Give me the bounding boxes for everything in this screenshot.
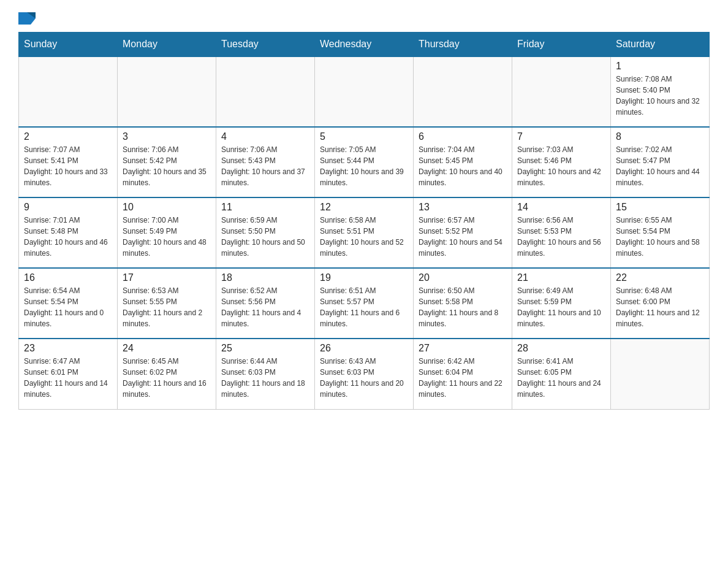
calendar-cell: 5Sunrise: 7:05 AM Sunset: 5:44 PM Daylig… bbox=[315, 127, 414, 197]
day-info: Sunrise: 7:06 AM Sunset: 5:42 PM Dayligh… bbox=[123, 144, 211, 188]
calendar-cell: 28Sunrise: 6:41 AM Sunset: 6:05 PM Dayli… bbox=[512, 339, 611, 409]
day-info: Sunrise: 6:58 AM Sunset: 5:51 PM Dayligh… bbox=[320, 215, 408, 259]
calendar-cell: 18Sunrise: 6:52 AM Sunset: 5:56 PM Dayli… bbox=[216, 268, 315, 339]
calendar-cell: 9Sunrise: 7:01 AM Sunset: 5:48 PM Daylig… bbox=[19, 197, 118, 268]
calendar-cell: 23Sunrise: 6:47 AM Sunset: 6:01 PM Dayli… bbox=[19, 339, 118, 409]
calendar-cell: 6Sunrise: 7:04 AM Sunset: 5:45 PM Daylig… bbox=[414, 127, 512, 197]
day-number: 4 bbox=[221, 131, 309, 142]
calendar-cell: 14Sunrise: 6:56 AM Sunset: 5:53 PM Dayli… bbox=[512, 197, 611, 268]
week-row-2: 9Sunrise: 7:01 AM Sunset: 5:48 PM Daylig… bbox=[19, 197, 710, 268]
calendar-cell: 4Sunrise: 7:06 AM Sunset: 5:43 PM Daylig… bbox=[216, 127, 315, 197]
calendar-cell bbox=[414, 56, 512, 127]
weekday-header-saturday: Saturday bbox=[611, 33, 710, 57]
weekday-header-tuesday: Tuesday bbox=[216, 33, 315, 57]
weekday-header-wednesday: Wednesday bbox=[315, 33, 414, 57]
day-info: Sunrise: 6:44 AM Sunset: 6:03 PM Dayligh… bbox=[221, 356, 309, 400]
day-info: Sunrise: 6:51 AM Sunset: 5:57 PM Dayligh… bbox=[320, 285, 408, 329]
day-info: Sunrise: 6:41 AM Sunset: 6:05 PM Dayligh… bbox=[517, 356, 605, 400]
day-info: Sunrise: 7:02 AM Sunset: 5:47 PM Dayligh… bbox=[616, 144, 704, 188]
calendar-cell: 8Sunrise: 7:02 AM Sunset: 5:47 PM Daylig… bbox=[611, 127, 710, 197]
calendar-cell: 10Sunrise: 7:00 AM Sunset: 5:49 PM Dayli… bbox=[118, 197, 216, 268]
day-info: Sunrise: 7:06 AM Sunset: 5:43 PM Dayligh… bbox=[221, 144, 309, 188]
day-number: 25 bbox=[221, 343, 309, 354]
day-info: Sunrise: 7:04 AM Sunset: 5:45 PM Dayligh… bbox=[419, 144, 507, 188]
day-number: 9 bbox=[24, 202, 112, 213]
logo bbox=[18, 12, 37, 26]
calendar-cell: 20Sunrise: 6:50 AM Sunset: 5:58 PM Dayli… bbox=[414, 268, 512, 339]
day-info: Sunrise: 6:54 AM Sunset: 5:54 PM Dayligh… bbox=[24, 285, 112, 329]
day-number: 28 bbox=[517, 343, 605, 354]
day-number: 12 bbox=[320, 202, 408, 213]
day-number: 21 bbox=[517, 272, 605, 283]
day-number: 18 bbox=[221, 272, 309, 283]
day-info: Sunrise: 6:45 AM Sunset: 6:02 PM Dayligh… bbox=[123, 356, 211, 400]
day-number: 3 bbox=[123, 131, 211, 142]
weekday-header-sunday: Sunday bbox=[19, 33, 118, 57]
calendar-cell: 15Sunrise: 6:55 AM Sunset: 5:54 PM Dayli… bbox=[611, 197, 710, 268]
week-row-0: 1Sunrise: 7:08 AM Sunset: 5:40 PM Daylig… bbox=[19, 56, 710, 127]
day-number: 2 bbox=[24, 131, 112, 142]
day-number: 1 bbox=[616, 61, 704, 72]
calendar-cell bbox=[512, 56, 611, 127]
calendar-cell bbox=[216, 56, 315, 127]
day-info: Sunrise: 7:03 AM Sunset: 5:46 PM Dayligh… bbox=[517, 144, 605, 188]
day-info: Sunrise: 7:01 AM Sunset: 5:48 PM Dayligh… bbox=[24, 215, 112, 259]
calendar-cell: 1Sunrise: 7:08 AM Sunset: 5:40 PM Daylig… bbox=[611, 56, 710, 127]
calendar-cell: 3Sunrise: 7:06 AM Sunset: 5:42 PM Daylig… bbox=[118, 127, 216, 197]
calendar-cell: 26Sunrise: 6:43 AM Sunset: 6:03 PM Dayli… bbox=[315, 339, 414, 409]
calendar-cell: 13Sunrise: 6:57 AM Sunset: 5:52 PM Dayli… bbox=[414, 197, 512, 268]
day-number: 17 bbox=[123, 272, 211, 283]
day-number: 13 bbox=[419, 202, 507, 213]
day-info: Sunrise: 7:00 AM Sunset: 5:49 PM Dayligh… bbox=[123, 215, 211, 259]
calendar-cell: 19Sunrise: 6:51 AM Sunset: 5:57 PM Dayli… bbox=[315, 268, 414, 339]
day-info: Sunrise: 6:48 AM Sunset: 6:00 PM Dayligh… bbox=[616, 285, 704, 329]
day-number: 15 bbox=[616, 202, 704, 213]
calendar-cell: 17Sunrise: 6:53 AM Sunset: 5:55 PM Dayli… bbox=[118, 268, 216, 339]
week-row-1: 2Sunrise: 7:07 AM Sunset: 5:41 PM Daylig… bbox=[19, 127, 710, 197]
day-info: Sunrise: 7:08 AM Sunset: 5:40 PM Dayligh… bbox=[616, 74, 704, 118]
day-number: 14 bbox=[517, 202, 605, 213]
day-info: Sunrise: 6:57 AM Sunset: 5:52 PM Dayligh… bbox=[419, 215, 507, 259]
calendar-cell: 16Sunrise: 6:54 AM Sunset: 5:54 PM Dayli… bbox=[19, 268, 118, 339]
calendar-table: SundayMondayTuesdayWednesdayThursdayFrid… bbox=[18, 32, 710, 410]
calendar-cell: 24Sunrise: 6:45 AM Sunset: 6:02 PM Dayli… bbox=[118, 339, 216, 409]
weekday-header-friday: Friday bbox=[512, 33, 611, 57]
calendar-cell: 27Sunrise: 6:42 AM Sunset: 6:04 PM Dayli… bbox=[414, 339, 512, 409]
day-number: 7 bbox=[517, 131, 605, 142]
weekday-header-row: SundayMondayTuesdayWednesdayThursdayFrid… bbox=[19, 33, 710, 57]
day-info: Sunrise: 6:47 AM Sunset: 6:01 PM Dayligh… bbox=[24, 356, 112, 400]
day-number: 19 bbox=[320, 272, 408, 283]
day-info: Sunrise: 6:52 AM Sunset: 5:56 PM Dayligh… bbox=[221, 285, 309, 329]
day-info: Sunrise: 6:50 AM Sunset: 5:58 PM Dayligh… bbox=[419, 285, 507, 329]
day-number: 26 bbox=[320, 343, 408, 354]
week-row-3: 16Sunrise: 6:54 AM Sunset: 5:54 PM Dayli… bbox=[19, 268, 710, 339]
calendar-cell: 2Sunrise: 7:07 AM Sunset: 5:41 PM Daylig… bbox=[19, 127, 118, 197]
day-number: 23 bbox=[24, 343, 112, 354]
calendar-cell: 12Sunrise: 6:58 AM Sunset: 5:51 PM Dayli… bbox=[315, 197, 414, 268]
calendar-cell bbox=[611, 339, 710, 409]
calendar-cell: 11Sunrise: 6:59 AM Sunset: 5:50 PM Dayli… bbox=[216, 197, 315, 268]
weekday-header-thursday: Thursday bbox=[414, 33, 512, 57]
day-number: 8 bbox=[616, 131, 704, 142]
day-number: 11 bbox=[221, 202, 309, 213]
day-info: Sunrise: 6:49 AM Sunset: 5:59 PM Dayligh… bbox=[517, 285, 605, 329]
day-number: 10 bbox=[123, 202, 211, 213]
day-number: 6 bbox=[419, 131, 507, 142]
day-info: Sunrise: 6:42 AM Sunset: 6:04 PM Dayligh… bbox=[419, 356, 507, 400]
calendar-cell: 25Sunrise: 6:44 AM Sunset: 6:03 PM Dayli… bbox=[216, 339, 315, 409]
weekday-header-monday: Monday bbox=[118, 33, 216, 57]
day-number: 27 bbox=[419, 343, 507, 354]
day-number: 20 bbox=[419, 272, 507, 283]
calendar-cell bbox=[315, 56, 414, 127]
week-row-4: 23Sunrise: 6:47 AM Sunset: 6:01 PM Dayli… bbox=[19, 339, 710, 409]
day-info: Sunrise: 6:56 AM Sunset: 5:53 PM Dayligh… bbox=[517, 215, 605, 259]
day-number: 16 bbox=[24, 272, 112, 283]
calendar-cell: 22Sunrise: 6:48 AM Sunset: 6:00 PM Dayli… bbox=[611, 268, 710, 339]
calendar-cell bbox=[19, 56, 118, 127]
page-header bbox=[18, 12, 710, 26]
day-info: Sunrise: 6:43 AM Sunset: 6:03 PM Dayligh… bbox=[320, 356, 408, 400]
day-info: Sunrise: 6:59 AM Sunset: 5:50 PM Dayligh… bbox=[221, 215, 309, 259]
day-info: Sunrise: 7:05 AM Sunset: 5:44 PM Dayligh… bbox=[320, 144, 408, 188]
calendar-cell: 21Sunrise: 6:49 AM Sunset: 5:59 PM Dayli… bbox=[512, 268, 611, 339]
logo-icon bbox=[18, 12, 36, 26]
